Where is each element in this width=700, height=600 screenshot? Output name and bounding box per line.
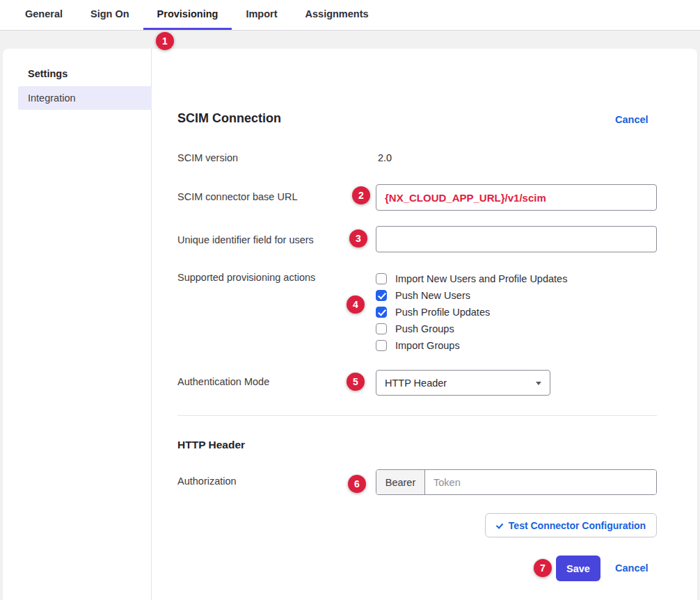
- annotation-badge-4: 4: [347, 295, 365, 314]
- checkbox-label: Push New Users: [395, 290, 470, 301]
- cancel-button[interactable]: Cancel: [615, 562, 649, 574]
- auth-mode-label: Authentication Mode: [177, 376, 269, 387]
- checkbox-label: Import Groups: [395, 340, 460, 351]
- tab-provisioning[interactable]: Provisioning: [143, 0, 232, 30]
- checkbox-label: Push Groups: [395, 323, 454, 334]
- checkbox-row-push-groups[interactable]: Push Groups: [376, 321, 567, 337]
- page: General Sign On Provisioning Import Assi…: [0, 0, 700, 600]
- cancel-link-top[interactable]: Cancel: [615, 114, 649, 125]
- app-tabbar: General Sign On Provisioning Import Assi…: [0, 0, 700, 31]
- http-header-title: HTTP Header: [177, 439, 245, 451]
- save-button[interactable]: Save: [556, 556, 600, 581]
- annotation-badge-5: 5: [347, 373, 365, 391]
- bearer-prefix: Bearer: [376, 470, 425, 494]
- settings-sidebar: Settings Integration: [3, 49, 152, 600]
- sidebar-item-integration[interactable]: Integration: [18, 86, 152, 110]
- page-title: SCIM Connection: [177, 111, 281, 126]
- provisioning-actions-group: Import New Users and Profile Updates Pus…: [376, 270, 567, 354]
- checkbox-row-push-profile-updates[interactable]: Push Profile Updates: [376, 304, 567, 321]
- annotation-badge-3: 3: [349, 229, 367, 248]
- annotation-badge-6: 6: [348, 475, 366, 493]
- checkbox-push-profile-updates[interactable]: [376, 307, 387, 318]
- auth-mode-select[interactable]: HTTP Header: [376, 370, 550, 396]
- checkbox-label: Import New Users and Profile Updates: [395, 273, 567, 284]
- chevron-down-icon: [536, 382, 541, 385]
- tab-general[interactable]: General: [11, 0, 77, 30]
- checkbox-row-push-new-users[interactable]: Push New Users: [376, 287, 567, 304]
- checkbox-push-groups[interactable]: [376, 323, 387, 334]
- tab-assignments[interactable]: Assignments: [292, 0, 383, 30]
- scim-version-label: SCIM version: [177, 152, 238, 163]
- authorization-group: Bearer: [376, 469, 657, 495]
- base-url-label: SCIM connector base URL: [177, 191, 297, 202]
- test-connector-label: Test Connector Configuration: [509, 520, 646, 531]
- annotation-badge-1: 1: [156, 32, 174, 50]
- scim-version-value: 2.0: [378, 152, 392, 163]
- base-url-input[interactable]: [376, 184, 657, 211]
- tab-sign-on[interactable]: Sign On: [77, 0, 143, 30]
- tab-import[interactable]: Import: [232, 0, 291, 30]
- checkbox-row-import-groups[interactable]: Import Groups: [376, 337, 567, 354]
- sidebar-heading: Settings: [28, 68, 67, 79]
- checkbox-push-new-users[interactable]: [376, 290, 387, 301]
- checkbox-import-groups[interactable]: [376, 340, 387, 351]
- checkbox-import-users[interactable]: [376, 273, 387, 284]
- auth-mode-value: HTTP Header: [385, 378, 447, 389]
- annotation-badge-2: 2: [352, 186, 370, 204]
- content-card: Settings Integration SCIM Connection Can…: [3, 49, 697, 600]
- provisioning-actions-label: Supported provisioning actions: [177, 272, 315, 283]
- checkbox-row-import-users[interactable]: Import New Users and Profile Updates: [376, 270, 567, 287]
- authorization-label: Authorization: [177, 476, 237, 487]
- unique-id-label: Unique identifier field for users: [177, 234, 314, 245]
- checkbox-label: Push Profile Updates: [395, 307, 490, 318]
- token-input[interactable]: [425, 470, 656, 494]
- check-icon: [496, 522, 503, 529]
- unique-id-input[interactable]: [376, 226, 657, 252]
- annotation-badge-7: 7: [534, 559, 552, 577]
- section-divider: [177, 415, 657, 416]
- test-connector-button[interactable]: Test Connector Configuration: [485, 513, 657, 537]
